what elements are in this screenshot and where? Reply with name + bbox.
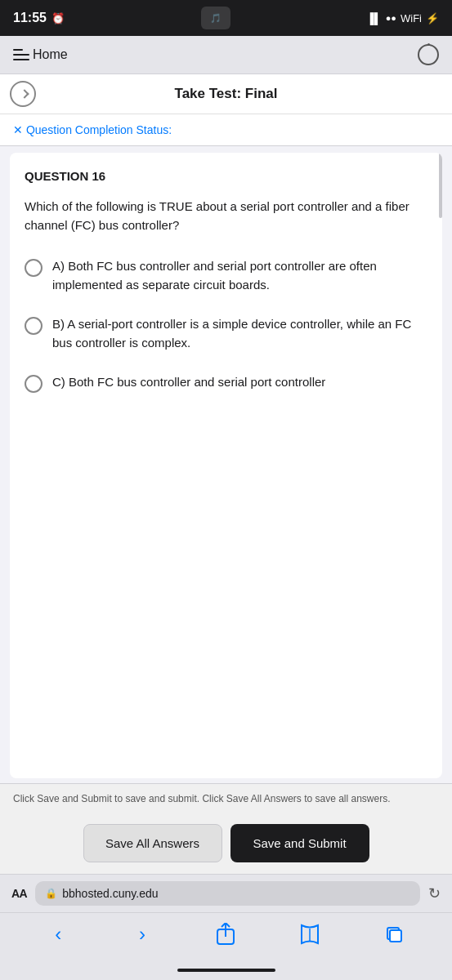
save-all-answers-button[interactable]: Save All Answers [83,824,222,862]
page-header: Take Test: Final [0,74,452,114]
refresh-button[interactable]: ↻ [428,884,441,902]
lock-icon: 🔒 [45,888,57,899]
option-c-text: C) Both FC bus controller and serial por… [52,373,325,392]
signal-bars-icon: ▐▌ [366,12,381,24]
nav-back-button[interactable]: ‹ [40,921,76,947]
tabs-button[interactable] [376,921,412,947]
svg-rect-4 [390,930,401,942]
radio-b[interactable] [25,317,43,335]
home-indicator-bar [0,964,452,980]
book-icon [300,924,320,945]
back-button[interactable] [10,81,36,107]
power-button[interactable] [418,44,439,65]
url-text: bbhosted.cuny.edu [62,887,158,900]
question-label: QUESTION 16 [25,169,427,183]
browser-bar: AA 🔒 bbhosted.cuny.edu ↻ [0,874,452,912]
share-button[interactable] [208,921,244,947]
status-icons: ▐▌ ●● WiFi ⚡ [366,12,439,24]
chevron-left-icon: ‹ [55,923,61,946]
scroll-indicator [439,153,442,218]
time-label: 11:55 [13,11,47,25]
nav-bar: Home [0,36,452,74]
alarm-icon: ⏰ [51,12,65,24]
home-indicator [177,969,275,972]
cellular-icon: ●● [386,13,396,23]
chevron-right-icon: › [139,923,145,946]
chevron-right-icon [20,89,29,98]
footer-notice: Click Save and Submit to save and submit… [0,783,452,814]
status-time: 11:55 ⏰ [13,11,65,25]
footer-notice-text: Click Save and Submit to save and submit… [13,793,391,804]
option-a-text: A) Both FC bus controller and serial por… [52,257,427,294]
bookmarks-button[interactable] [292,921,328,947]
completion-status-label: ✕ Question Completion Status: [13,123,172,136]
home-label: Home [33,47,68,62]
battery-icon: ⚡ [426,12,439,24]
home-menu-button[interactable]: Home [13,47,68,62]
status-bar: 11:55 ⏰ 🎵 ▐▌ ●● WiFi ⚡ [0,0,452,36]
camera-pill: 🎵 [201,7,230,29]
completion-banner[interactable]: ✕ Question Completion Status: [0,114,452,146]
option-b-text: B) A serial-port controller is a simple … [52,315,427,352]
bottom-nav: ‹ › [0,912,452,964]
copy-icon [384,924,404,944]
question-text: Which of the following is TRUE about a s… [25,198,427,234]
wifi-icon: WiFi [401,12,422,24]
option-a[interactable]: A) Both FC bus controller and serial por… [25,257,427,294]
hamburger-icon [13,49,29,60]
radio-c[interactable] [25,375,43,393]
save-and-submit-button[interactable]: Save and Submit [230,824,369,862]
option-b[interactable]: B) A serial-port controller is a simple … [25,315,427,352]
font-size-button[interactable]: AA [11,887,27,900]
radio-a[interactable] [25,259,43,277]
footer-buttons: Save All Answers Save and Submit [0,814,452,874]
question-container: QUESTION 16 Which of the following is TR… [10,153,442,778]
share-icon [217,923,235,946]
nav-forward-button[interactable]: › [124,921,160,947]
url-bar[interactable]: 🔒 bbhosted.cuny.edu [35,881,420,906]
page-title: Take Test: Final [175,86,278,102]
option-c[interactable]: C) Both FC bus controller and serial por… [25,373,427,393]
